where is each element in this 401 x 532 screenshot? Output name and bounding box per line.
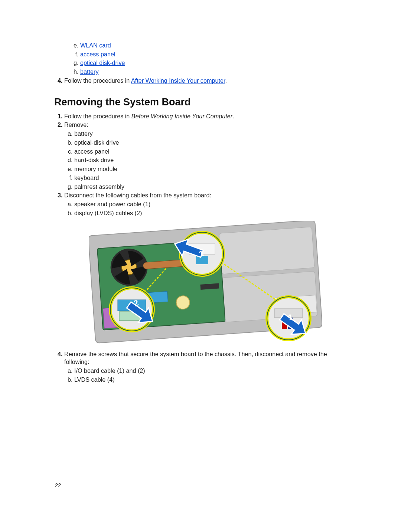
sublist-item: battery (80, 68, 351, 76)
step-suffix: . (232, 113, 234, 119)
sublist-item: optical-disk drive (74, 139, 351, 147)
sublist-item: keyboard (74, 174, 351, 182)
sublist-item: speaker and power cable (1) (74, 200, 351, 208)
step-4-sublist: I/O board cable (1) and (2) LVDS cable (… (63, 367, 351, 383)
sublist-item: battery (74, 130, 351, 138)
sublist-item: I/O board cable (1) and (2) (74, 367, 351, 375)
sublist-item: hard-disk drive (74, 156, 351, 164)
step-2: Remove: battery optical-disk drive acces… (64, 121, 351, 190)
document-page: WLAN card access panel optical disk-driv… (0, 0, 401, 532)
sublist-item: optical disk-drive (80, 59, 351, 67)
sublist-item: display (LVDS) cables (2) (74, 209, 351, 217)
step-follow-after: Follow the procedures in After Working I… (64, 77, 351, 85)
sublist-item: palmrest assembly (74, 183, 351, 191)
continuation-sublist: WLAN card access panel optical disk-driv… (72, 42, 351, 76)
page-number: 22 (55, 482, 61, 488)
link-after-working[interactable]: After Working Inside Your computer (131, 77, 225, 84)
sublist-item: WLAN card (80, 42, 351, 49)
step-1: Follow the procedures in Before Working … (64, 112, 351, 120)
sublist-item: access panel (80, 50, 351, 58)
step-2-sublist: battery optical-disk drive access panel … (63, 130, 351, 190)
sublist-item: access panel (74, 148, 351, 155)
sublist-item: LVDS cable (4) (74, 376, 351, 384)
step-text: Follow the procedures in (64, 113, 131, 119)
step-text: Follow the procedures in (64, 77, 131, 84)
link-access-panel[interactable]: access panel (80, 51, 115, 58)
sublist-item: memory module (74, 165, 351, 173)
system-board-svg: 1 2 (89, 221, 322, 344)
step-3: Disconnect the following cables from the… (64, 191, 351, 344)
step-3-sublist: speaker and power cable (1) display (LVD… (63, 200, 351, 217)
step-4: Remove the screws that secure the system… (64, 350, 351, 383)
step-suffix: . (225, 77, 227, 84)
step-text: Remove: (64, 121, 88, 128)
section-heading: Removing the System Board (54, 96, 351, 108)
link-wlan-card[interactable]: WLAN card (80, 42, 111, 49)
link-optical-disk-drive[interactable]: optical disk-drive (80, 59, 125, 66)
figure-system-board: 1 2 (89, 221, 322, 344)
step-italic: Before Working Inside Your Computer (131, 113, 232, 119)
step-text: Disconnect the following cables from the… (64, 192, 211, 198)
link-battery[interactable]: battery (80, 68, 99, 75)
callout-detail-1: 1 (267, 297, 311, 341)
step-text: Remove the screws that secure the system… (64, 351, 327, 365)
continuation-numbered-list: Follow the procedures in After Working I… (53, 77, 351, 85)
procedure-numbered-list: Follow the procedures in Before Working … (53, 112, 351, 384)
svg-rect-1 (219, 227, 314, 274)
